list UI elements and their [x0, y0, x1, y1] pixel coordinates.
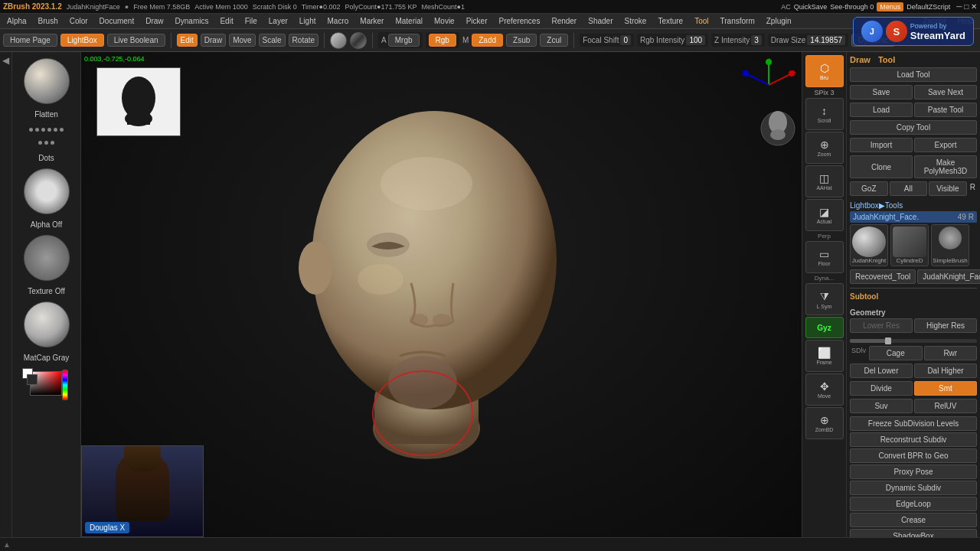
move-button[interactable]: Move [229, 34, 255, 47]
menu-dynamics[interactable]: Dynamics [170, 15, 214, 27]
menu-draw[interactable]: Draw [140, 15, 168, 27]
cage-button[interactable]: Cage [869, 346, 923, 360]
visible-button[interactable]: Visible [929, 181, 967, 196]
alpha-preview[interactable] [24, 168, 70, 214]
rotate-button[interactable]: Rotate [289, 34, 318, 47]
material-sphere[interactable] [330, 32, 347, 49]
reconstruct-subdiv-button[interactable]: Reconstruct Subdiv [850, 432, 977, 447]
draw-size-value[interactable]: 14.19857 [807, 35, 845, 45]
convert-bpr-button[interactable]: Convert BPR to Geo [850, 448, 977, 463]
menu-preferences[interactable]: Preferences [493, 15, 545, 27]
menu-picker[interactable]: Picker [461, 15, 493, 27]
menu-alpha[interactable]: Alpha [2, 15, 32, 27]
texture-preview[interactable] [24, 235, 70, 281]
recovered-tool2-button[interactable]: JudahKnight_Fac [917, 269, 980, 284]
menu-marker[interactable]: Marker [354, 15, 389, 27]
zoom-btn[interactable]: ⊕ Zoom [805, 132, 844, 164]
smt-button[interactable]: Smt [914, 381, 977, 396]
paste-tool-button[interactable]: Paste Tool [914, 103, 977, 117]
dynamic-subdiv-button[interactable]: Dynamic Subdiv [850, 481, 977, 495]
scroll-btn[interactable]: ↕ Scroll [805, 98, 844, 130]
shadowbox-button[interactable]: ShadowBox [850, 529, 977, 537]
brush-tool-btn[interactable]: ⬡ Bru [805, 55, 844, 87]
menu-document[interactable]: Document [94, 15, 140, 27]
save-button[interactable]: Save [850, 85, 913, 99]
zoombd-btn[interactable]: ⊕ ZomBD [805, 407, 844, 439]
mrgb-button[interactable]: Mrgb [388, 34, 420, 47]
left-arrow-icon[interactable]: ◀ [2, 55, 9, 66]
menu-layer[interactable]: Layer [263, 15, 293, 27]
menu-file[interactable]: File [240, 15, 263, 27]
tool-thumb-2[interactable]: CylindreD [890, 224, 929, 266]
edit-button[interactable]: Edit [177, 34, 198, 47]
menu-material[interactable]: Material [390, 15, 428, 27]
freeze-subdiv-button[interactable]: Freeze SubDivision Levels [850, 416, 977, 431]
color-picker[interactable] [22, 368, 71, 406]
menu-tool[interactable]: Tool [689, 15, 714, 27]
make-polymesh-button[interactable]: Make PolyMesh3D [914, 155, 977, 178]
draw-button[interactable]: Draw [201, 34, 226, 47]
divide-button[interactable]: Divide [850, 381, 913, 396]
rwr-button[interactable]: Rwr [924, 346, 978, 360]
suv-button[interactable]: Suv [850, 399, 913, 413]
menu-transform[interactable]: Transform [715, 15, 760, 27]
zcul-button[interactable]: Zcul [540, 34, 568, 47]
menu-stroke[interactable]: Stroke [619, 15, 652, 27]
aahat-btn[interactable]: ◫ AAHat [805, 165, 844, 197]
z-intensity-value[interactable]: 3 [751, 35, 762, 45]
load-tool-button[interactable]: Load Tool [850, 67, 977, 82]
scale-button[interactable]: Scale [259, 34, 286, 47]
proxy-pose-button[interactable]: Proxy Pose [850, 465, 977, 479]
matcap-preview[interactable] [24, 302, 70, 347]
menu-shader[interactable]: Shader [583, 15, 618, 27]
menu-light[interactable]: Light [294, 15, 322, 27]
load-button[interactable]: Load [850, 103, 913, 117]
menu-texture[interactable]: Texture [652, 15, 688, 27]
brush-preview[interactable] [24, 58, 70, 104]
home-page-button[interactable]: Home Page [3, 34, 57, 47]
color-sphere[interactable] [350, 32, 367, 49]
zsub-button[interactable]: Zsub [506, 34, 537, 47]
all-button[interactable]: All [890, 181, 928, 196]
import-button[interactable]: Import [850, 138, 913, 152]
higher-res-button[interactable]: Higher Res [914, 318, 977, 333]
focal-shift-value[interactable]: 0 [620, 35, 631, 45]
crease-button[interactable]: Crease [850, 513, 977, 527]
export-button[interactable]: Export [914, 138, 977, 152]
move-btn[interactable]: ✥ Move [805, 373, 844, 406]
edgeloop-button[interactable]: EdgeLoop [850, 497, 977, 511]
recovered-tool-button[interactable]: Recovered_Tool [850, 269, 916, 284]
menu-zplugin[interactable]: Zplugin [761, 15, 797, 27]
clone-button[interactable]: Clone [850, 155, 913, 178]
del-lower-button[interactable]: Del Lower [850, 364, 913, 378]
tool-thumb-1[interactable]: JudahKnight [850, 224, 888, 266]
live-boolean-button[interactable]: Live Boolean [107, 34, 165, 47]
lower-res-button[interactable]: Lower Res [850, 318, 913, 333]
3d-head-viewport[interactable] [250, 84, 633, 467]
menu-edit[interactable]: Edit [214, 15, 238, 27]
menu-movie[interactable]: Movie [429, 15, 460, 27]
actual-btn[interactable]: ◪ Actual [805, 199, 844, 231]
lightbox-button[interactable]: LightBox [60, 34, 104, 47]
frame-btn[interactable]: ⬜ Frame [805, 340, 844, 372]
goz-button[interactable]: GoZ [850, 181, 888, 196]
lsym-btn[interactable]: ⧩ L Sym [805, 283, 844, 315]
rel-uv-button[interactable]: RelUV [914, 399, 977, 413]
rgb-intensity-value[interactable]: 100 [686, 35, 705, 45]
floor-btn[interactable]: ▭ Floor [805, 241, 844, 273]
del-higher-button[interactable]: Dal Higher [914, 364, 977, 378]
gyz-button[interactable]: Gyz [805, 317, 844, 338]
menu-brush[interactable]: Brush [33, 15, 64, 27]
dots-preview[interactable] [28, 125, 66, 148]
copy-tool-button[interactable]: Copy Tool [850, 120, 977, 135]
menu-color[interactable]: Color [64, 15, 93, 27]
menu-render[interactable]: Render [546, 15, 582, 27]
zadd-button[interactable]: Zadd [472, 34, 503, 47]
save-next-button[interactable]: Save Next [914, 85, 977, 99]
tool-thumb-3[interactable]: SimpleBrush [931, 224, 969, 266]
lightbox-tools-row[interactable]: Lightbox▶Tools [850, 199, 977, 211]
menus-btn[interactable]: Menus [877, 2, 903, 11]
menu-macro[interactable]: Macro [322, 15, 354, 27]
viewport[interactable]: 0.003,-0.725,-0.064 [81, 52, 802, 537]
rgb-button[interactable]: Rgb [429, 34, 456, 47]
